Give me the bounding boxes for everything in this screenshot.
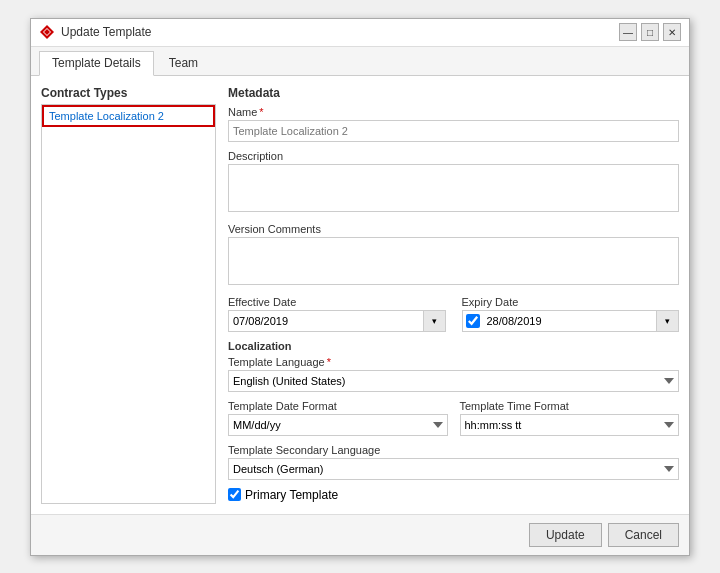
version-comments-label: Version Comments (228, 223, 679, 235)
window-controls: — □ ✕ (619, 23, 681, 41)
maximize-button[interactable]: □ (641, 23, 659, 41)
left-panel: Contract Types Template Localization 2 (41, 86, 216, 504)
close-button[interactable]: ✕ (663, 23, 681, 41)
effective-date-field: Effective Date ▾ (228, 296, 446, 332)
update-template-window: Update Template — □ ✕ Template Details T… (30, 18, 690, 556)
description-input[interactable] (228, 164, 679, 212)
expiry-date-field: Expiry Date ▾ (462, 296, 680, 332)
format-row: Template Date Format MM/dd/yy dd/MM/yy y… (228, 400, 679, 436)
name-field-group: Name* (228, 106, 679, 142)
expiry-date-input[interactable] (483, 313, 657, 329)
secondary-language-label: Template Secondary Language (228, 444, 679, 456)
tab-template-details[interactable]: Template Details (39, 51, 154, 76)
template-language-label: Template Language* (228, 356, 679, 368)
date-format-label: Template Date Format (228, 400, 448, 412)
cancel-button[interactable]: Cancel (608, 523, 679, 547)
effective-date-input[interactable] (229, 313, 423, 329)
time-format-select[interactable]: hh:mm:ss tt HH:mm:ss hh:mm tt (460, 414, 680, 436)
template-language-select[interactable]: English (United States) Deutsch (German)… (228, 370, 679, 392)
name-label: Name* (228, 106, 679, 118)
date-format-select[interactable]: MM/dd/yy dd/MM/yy yy/MM/dd (228, 414, 448, 436)
main-content: Contract Types Template Localization 2 M… (31, 76, 689, 514)
localization-section: Localization Template Language* English … (228, 340, 679, 480)
template-language-required-marker: * (327, 356, 331, 368)
footer: Update Cancel (31, 514, 689, 555)
tab-bar: Template Details Team (31, 47, 689, 76)
version-comments-input[interactable] (228, 237, 679, 285)
name-input[interactable] (228, 120, 679, 142)
secondary-language-field-group: Template Secondary Language Deutsch (Ger… (228, 444, 679, 480)
description-field-group: Description (228, 150, 679, 215)
primary-template-label: Primary Template (245, 488, 338, 502)
secondary-language-select[interactable]: Deutsch (German) English (United States)… (228, 458, 679, 480)
tab-team[interactable]: Team (156, 51, 211, 75)
expiry-date-wrapper: ▾ (462, 310, 680, 332)
localization-title: Localization (228, 340, 679, 352)
time-format-label: Template Time Format (460, 400, 680, 412)
effective-date-label: Effective Date (228, 296, 446, 308)
right-panel: Metadata Name* Description Version Comme… (228, 86, 679, 504)
contract-types-label: Contract Types (41, 86, 216, 100)
expiry-date-label: Expiry Date (462, 296, 680, 308)
metadata-section-title: Metadata (228, 86, 679, 100)
window-title: Update Template (61, 25, 619, 39)
effective-date-wrapper: ▾ (228, 310, 446, 332)
name-required-marker: * (259, 106, 263, 118)
contract-types-list: Template Localization 2 (41, 104, 216, 504)
description-label: Description (228, 150, 679, 162)
update-button[interactable]: Update (529, 523, 602, 547)
app-icon (39, 24, 55, 40)
version-comments-field-group: Version Comments (228, 223, 679, 288)
expiry-date-calendar-button[interactable]: ▾ (656, 311, 678, 331)
primary-template-checkbox[interactable] (228, 488, 241, 501)
date-format-field: Template Date Format MM/dd/yy dd/MM/yy y… (228, 400, 448, 436)
primary-template-field: Primary Template (228, 488, 679, 502)
contract-item[interactable]: Template Localization 2 (42, 105, 215, 127)
titlebar: Update Template — □ ✕ (31, 19, 689, 47)
minimize-button[interactable]: — (619, 23, 637, 41)
template-language-field-group: Template Language* English (United State… (228, 356, 679, 392)
time-format-field: Template Time Format hh:mm:ss tt HH:mm:s… (460, 400, 680, 436)
date-row: Effective Date ▾ Expiry Date ▾ (228, 296, 679, 332)
expiry-date-checkbox[interactable] (466, 314, 480, 328)
effective-date-calendar-button[interactable]: ▾ (423, 311, 445, 331)
